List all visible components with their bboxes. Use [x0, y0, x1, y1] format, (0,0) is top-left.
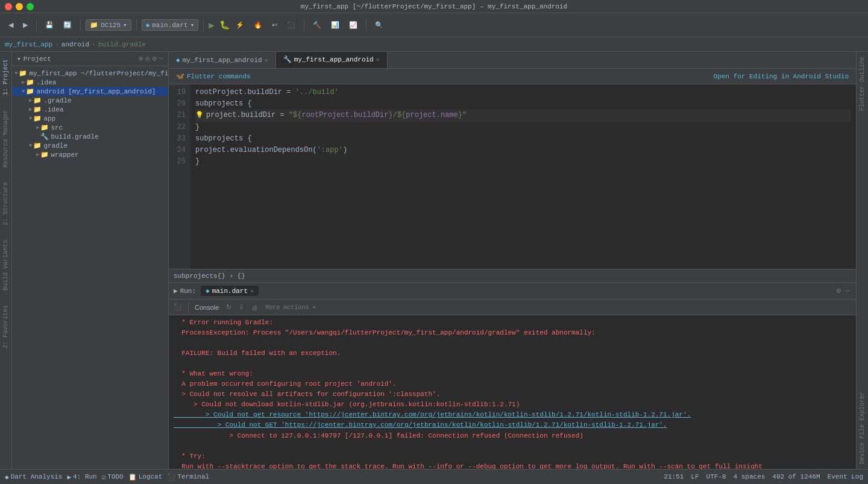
open-android-studio-link[interactable]: Open for Editing in Android Studio — [714, 73, 849, 80]
title-bar: my_first_app [~/flutterProject/my_first_… — [0, 0, 868, 13]
line-num-22: 22 — [174, 122, 186, 133]
tree-item-app[interactable]: ▼ 📁 app — [12, 114, 168, 123]
settings-icon[interactable]: ⚙ — [153, 54, 157, 63]
left-panel-strip: 1: Project Resource Manager 2: Structure… — [0, 52, 12, 469]
scroll-end-button[interactable]: ⇩ — [236, 302, 247, 312]
build-button[interactable]: 🔨 — [309, 19, 325, 31]
code-editor[interactable]: rootProject.buildDir = '../build' subpro… — [190, 84, 856, 269]
tab-2-close[interactable]: ✕ — [376, 56, 380, 63]
add-icon[interactable]: ⊕ — [139, 54, 143, 63]
file-dropdown[interactable]: ◆ main.dart ▾ — [142, 19, 199, 31]
run-tab-label: main.dart — [212, 288, 248, 295]
stop-console-button[interactable]: ⬛ — [171, 302, 184, 312]
run-tab-close[interactable]: ✕ — [250, 288, 254, 295]
rerun-button[interactable]: ↻ — [224, 302, 234, 312]
hot-reload-button[interactable]: 🔥 — [250, 19, 266, 31]
device-file-explorer-label[interactable]: Device File Explorer — [858, 387, 867, 469]
dart-icon-tab1: ◆ — [176, 56, 180, 64]
stop-button[interactable]: ⬛ — [283, 19, 299, 31]
indent-item[interactable]: 4 spaces — [734, 473, 766, 480]
minimize-panel-icon[interactable]: — — [159, 54, 163, 63]
logcat-item[interactable]: 📋 Logcat — [128, 473, 163, 481]
favorites-label[interactable]: 2: Favorites — [1, 303, 10, 351]
run-item[interactable]: ▶ 4: Run — [67, 473, 96, 481]
toolbar-separator-6 — [366, 19, 366, 31]
project-panel-label[interactable]: 1: Project — [1, 57, 10, 98]
console-line-10: > Connect to 127.0.0.1:49797 [/127.0.0.1… — [174, 431, 851, 441]
maximize-button[interactable] — [27, 3, 34, 10]
expand-arrow-gradle2: ▼ — [29, 143, 32, 149]
structure-label[interactable]: 2: Structure — [1, 180, 10, 228]
tree-item-gradle[interactable]: ▼ 📁 gradle — [12, 141, 168, 150]
expand-arrow-idea: ▶ — [22, 79, 25, 86]
run-tab[interactable]: ◆ main.dart ✕ — [201, 286, 259, 296]
resource-manager-label[interactable]: Resource Manager — [1, 107, 10, 170]
scope-icon[interactable]: ◎ — [145, 54, 149, 63]
minimize-run-icon[interactable]: — — [844, 286, 851, 297]
tree-item-buildgradle[interactable]: ▶ 🔧 build.gradle — [12, 132, 168, 141]
dart-file-icon: ◆ — [146, 21, 150, 29]
close-button[interactable] — [5, 3, 12, 10]
terminal-item[interactable]: ⬛ Terminal — [167, 473, 209, 481]
console-tab-button[interactable]: Console — [192, 303, 221, 312]
todo-item[interactable]: ☑ TODO — [102, 473, 124, 481]
build-variants-label[interactable]: Build Variants — [1, 237, 10, 293]
tree-item-root[interactable]: ▼ 📁 my_first_app ~/flutterProject/my_fir… — [12, 69, 168, 78]
minimize-button[interactable] — [16, 3, 23, 10]
attach-button[interactable]: ⚡ — [232, 19, 248, 31]
tree-item-wrapper[interactable]: ▶ 📁 wrapper — [12, 150, 168, 159]
back-button[interactable]: ◀ — [5, 19, 17, 31]
tree-label-wrapper: wrapper — [51, 151, 78, 159]
hot-restart-button[interactable]: ↩ — [268, 19, 281, 31]
run-icon: ▶ — [174, 287, 178, 295]
editor-content: 19 20 21 22 23 24 25 rootProject.buildDi… — [169, 84, 856, 269]
event-log-item[interactable]: Event Log — [828, 473, 863, 480]
debug-button[interactable]: 🐛 — [219, 20, 230, 30]
run-button[interactable]: ▶ — [209, 19, 215, 31]
tab-1-close[interactable]: ✕ — [265, 57, 268, 64]
code-line-21: 💡 project.buildDir = "${rootProject.buil… — [195, 110, 851, 121]
tree-item-idea[interactable]: ▶ 📁 .idea — [12, 78, 168, 87]
tree-item-idea-nested[interactable]: ▶ 📁 .idea — [12, 105, 168, 114]
breadcrumb-app[interactable]: my_first_app — [5, 41, 52, 48]
console-line-5: A problem occurred configuring root proj… — [174, 379, 851, 389]
project-panel-icons[interactable]: ⊕ ◎ ⚙ — — [139, 54, 163, 63]
coverage-button[interactable]: 📊 — [327, 19, 343, 31]
buildgradle-icon: 🔧 — [40, 133, 49, 140]
dart-analysis-item[interactable]: ◆ Dart Analysis — [5, 473, 62, 481]
profile-button[interactable]: 📈 — [345, 19, 361, 31]
tree-item-src[interactable]: ▶ 📁 src — [12, 123, 168, 132]
line-num-21: 21 — [174, 110, 186, 121]
print-button[interactable]: 🖨 — [249, 303, 260, 312]
tab-1[interactable]: ◆ my_first_app_android ✕ — [169, 52, 276, 68]
position-item[interactable]: 21:51 — [664, 473, 684, 480]
tab-2[interactable]: 🔧 my_first_app_android ✕ — [276, 52, 388, 68]
breadcrumb-file[interactable]: build.gradle — [98, 41, 146, 48]
todo-icon: ☑ — [102, 473, 106, 481]
window-controls[interactable] — [5, 3, 34, 10]
line-ending-item[interactable]: LF — [691, 473, 699, 480]
save-all-button[interactable]: 💾 — [42, 19, 57, 31]
sync-button[interactable]: 🔄 — [60, 19, 75, 31]
console-line-8[interactable]: > Could not get resource 'https://jcente… — [174, 410, 851, 420]
line-num-25: 25 — [174, 156, 186, 168]
main-layout: 1: Project Resource Manager 2: Structure… — [0, 52, 868, 469]
memory-item[interactable]: 492 of 1246M — [772, 473, 820, 480]
code-text: rootProject.buildDir = '../build' — [195, 87, 339, 98]
tree-item-gradle-folder[interactable]: ▶ 📁 .gradle — [12, 96, 168, 105]
memory-value: 492 of 1246M — [772, 473, 820, 480]
tree-item-android[interactable]: ▼ 📁 android [my_first_app_android] — [12, 87, 168, 96]
breadcrumb-android[interactable]: android — [61, 41, 89, 48]
settings-run-icon[interactable]: ⚙ — [835, 285, 842, 297]
line-num-19: 19 — [174, 87, 186, 98]
chevron-down-icon: ▾ — [123, 21, 127, 29]
forward-button[interactable]: ▶ — [19, 19, 31, 31]
tree-label-idea: .idea — [36, 79, 56, 86]
event-log-label: Event Log — [828, 473, 863, 480]
console-line-9[interactable]: > Could not GET 'https://jcenter.bintray… — [174, 420, 851, 430]
search-everywhere-button[interactable]: 🔍 — [371, 19, 387, 31]
project-dropdown[interactable]: 📁 OC125 ▾ — [86, 19, 131, 31]
more-actions[interactable]: More Actions ▾ — [265, 304, 316, 311]
encoding-item[interactable]: UTF-8 — [706, 473, 726, 480]
flutter-outline-label[interactable]: Flutter Outline — [858, 52, 867, 116]
